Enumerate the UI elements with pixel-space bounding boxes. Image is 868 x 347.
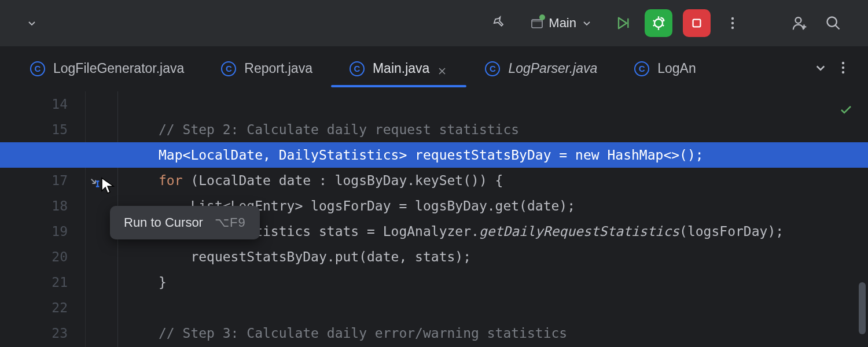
line-number-gutter[interactable]: 141517181920212223 [0, 91, 86, 347]
run-to-cursor-tooltip: Run to Cursor ⌥F9 [110, 206, 260, 239]
add-user-icon[interactable] [788, 12, 811, 35]
stop-button[interactable] [683, 9, 711, 37]
editor-tabs: C LogFileGenerator.java C Report.java C … [0, 46, 868, 91]
chevron-down-icon[interactable] [815, 62, 826, 76]
mouse-cursor-icon [101, 177, 113, 194]
svg-point-10 [842, 61, 844, 64]
java-class-icon: C [221, 61, 236, 76]
code-line[interactable]: Map<LocalDate, DailyStatistics> requestS… [118, 142, 868, 168]
svg-point-12 [842, 71, 844, 73]
more-actions-icon[interactable] [721, 12, 744, 35]
search-icon[interactable] [822, 12, 845, 35]
line-number[interactable]: 20 [0, 244, 68, 270]
tab-report[interactable]: C Report.java [203, 53, 331, 85]
line-number[interactable]: 15 [0, 117, 68, 142]
build-icon[interactable] [487, 12, 510, 35]
run-config-name: Main [549, 16, 576, 31]
tooltip-shortcut: ⌥F9 [215, 215, 246, 230]
debug-button[interactable] [645, 9, 672, 37]
run-button[interactable] [611, 12, 634, 35]
code-line[interactable]: } [118, 270, 868, 295]
svg-point-7 [731, 27, 734, 29]
svg-point-6 [731, 22, 734, 24]
more-tabs-icon[interactable] [841, 61, 845, 76]
java-class-icon: C [485, 61, 500, 76]
main-toolbar: Main [0, 0, 868, 46]
java-class-icon: C [350, 61, 365, 76]
run-configuration-selector[interactable]: Main [521, 9, 601, 37]
run-to-cursor-icon[interactable] [89, 172, 102, 198]
svg-point-8 [796, 17, 801, 23]
line-number[interactable]: 21 [0, 270, 68, 295]
svg-rect-4 [693, 20, 701, 27]
svg-point-9 [827, 17, 837, 27]
chevron-down-icon[interactable] [27, 18, 37, 28]
svg-point-11 [842, 66, 844, 68]
code-line[interactable] [118, 91, 868, 117]
line-number[interactable]: 23 [0, 320, 68, 346]
code-line[interactable]: requestStatsByDay.put(date, stats); [118, 244, 868, 270]
tooltip-label: Run to Cursor [124, 215, 203, 230]
chevron-down-icon [582, 19, 591, 28]
run-config-icon [530, 17, 543, 29]
svg-rect-2 [627, 19, 628, 28]
java-class-icon: C [30, 61, 45, 76]
line-number[interactable]: 14 [0, 91, 68, 117]
code-line[interactable] [118, 295, 868, 320]
close-icon[interactable] [437, 64, 448, 74]
code-line[interactable]: // Step 2: Calculate daily request stati… [118, 117, 868, 142]
code-line[interactable]: // Step 3: Calculate daily error/warning… [118, 320, 868, 346]
tab-logan[interactable]: C LogAn [616, 53, 715, 85]
svg-point-3 [654, 19, 663, 27]
line-number[interactable]: 19 [0, 219, 68, 244]
line-number[interactable]: 17 [0, 168, 68, 193]
line-number[interactable]: 22 [0, 295, 68, 320]
tab-main[interactable]: C Main.java [331, 53, 466, 85]
line-number[interactable]: 18 [0, 193, 68, 219]
tab-logparser[interactable]: C LogParser.java [466, 53, 616, 85]
java-class-icon: C [634, 61, 649, 76]
tab-logfilegenerator[interactable]: C LogFileGenerator.java [12, 53, 203, 85]
code-line[interactable]: for (LocalDate date : logsByDay.keySet()… [118, 168, 868, 193]
svg-point-5 [731, 17, 734, 20]
